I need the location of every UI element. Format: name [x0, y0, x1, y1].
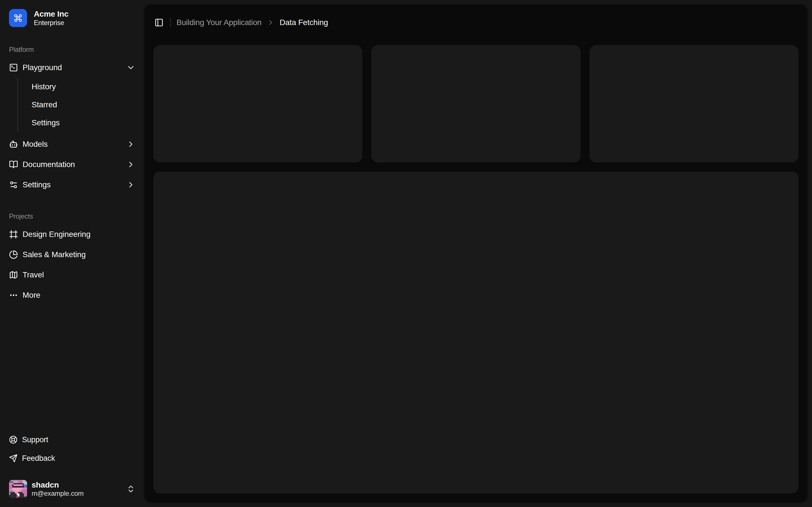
user-email: m@example.com: [32, 490, 84, 497]
sidebar-toggle-button[interactable]: [151, 15, 167, 31]
group-label-projects: Projects: [4, 207, 140, 225]
app-layout: Acme Inc Enterprise Platform Playground: [0, 0, 812, 507]
org-switcher[interactable]: Acme Inc Enterprise: [4, 4, 140, 32]
sidebar-item-label: Models: [22, 140, 48, 149]
topbar: Building Your Application Data Fetching: [144, 4, 808, 41]
breadcrumb-parent-link[interactable]: Building Your Application: [176, 18, 262, 27]
sidebar-item-label: Sales & Marketing: [22, 250, 86, 259]
sidebar-item-more[interactable]: More: [4, 286, 140, 304]
sidebar-item-label: Documentation: [22, 160, 75, 169]
frame-icon: [9, 230, 18, 239]
chevron-right-icon: [126, 140, 135, 149]
sidebar-item-documentation[interactable]: Documentation: [4, 156, 140, 173]
user-avatar-pixel-art: [9, 480, 27, 498]
life-buoy-icon: [9, 436, 17, 444]
pie-chart-icon: [9, 250, 18, 259]
sidebar-submenu-playground: History Starred Settings: [17, 78, 140, 132]
sidebar-item-sales-marketing[interactable]: Sales & Marketing: [4, 245, 140, 264]
chevron-down-icon: [126, 63, 135, 72]
sidebar-item-travel[interactable]: Travel: [4, 266, 140, 284]
square-terminal-icon: [9, 63, 18, 72]
main-panel: Building Your Application Data Fetching: [144, 4, 808, 503]
sidebar-item-label: Playground: [22, 63, 62, 72]
sidebar-subitem-history[interactable]: History: [27, 78, 140, 96]
user-name: shadcn: [32, 481, 84, 490]
settings-sliders-icon: [9, 180, 18, 189]
sidebar-item-models[interactable]: Models: [4, 135, 140, 153]
sidebar: Acme Inc Enterprise Platform Playground: [0, 0, 144, 507]
chevron-right-icon: [126, 180, 135, 189]
sidebar-spacer: [4, 304, 140, 432]
bot-icon: [9, 140, 18, 149]
chevrons-up-down-icon: [126, 485, 135, 494]
sidebar-item-support[interactable]: Support: [4, 432, 140, 448]
org-logo: [9, 9, 27, 27]
org-plan: Enterprise: [34, 19, 68, 27]
sidebar-item-design-engineering[interactable]: Design Engineering: [4, 225, 140, 243]
breadcrumb: Building Your Application Data Fetching: [176, 18, 328, 27]
panel-left-icon: [154, 18, 163, 27]
org-meta: Acme Inc Enterprise: [34, 9, 68, 27]
placeholder-card: [153, 45, 362, 163]
ellipsis-icon: [9, 291, 18, 300]
command-icon: [13, 13, 22, 22]
sidebar-subitem-settings[interactable]: Settings: [27, 114, 140, 132]
chevron-right-icon: [267, 18, 274, 26]
user-menu-button[interactable]: shadcn m@example.com: [4, 475, 140, 503]
sidebar-collapsible-playground: Playground History Starred Settings: [4, 59, 140, 133]
avatar: [9, 480, 27, 498]
chevron-right-icon: [126, 160, 135, 169]
sidebar-group-platform: Platform Playground History Starred Sett…: [4, 41, 140, 194]
page-content: [144, 41, 808, 503]
placeholder-card: [371, 45, 580, 163]
sidebar-group-projects: Projects Design Engineering Sales & Mark…: [4, 207, 140, 304]
user-meta: shadcn m@example.com: [32, 481, 84, 497]
sidebar-item-label: More: [22, 291, 40, 300]
placeholder-card: [590, 45, 799, 163]
placeholder-large-card: [153, 172, 799, 494]
sidebar-item-label: Feedback: [22, 454, 55, 463]
sidebar-item-settings[interactable]: Settings: [4, 176, 140, 194]
sidebar-subitem-starred[interactable]: Starred: [27, 96, 140, 114]
sidebar-item-label: Design Engineering: [22, 230, 91, 239]
sidebar-item-label: Settings: [22, 180, 51, 189]
sidebar-item-feedback[interactable]: Feedback: [4, 450, 140, 466]
breadcrumb-current-page: Data Fetching: [280, 18, 328, 27]
group-label-platform: Platform: [4, 41, 140, 59]
map-icon: [9, 270, 18, 279]
book-open-icon: [9, 160, 18, 169]
sidebar-item-playground[interactable]: Playground: [4, 59, 140, 76]
header-separator: [170, 18, 171, 27]
org-name: Acme Inc: [34, 9, 68, 19]
sidebar-item-label: Support: [22, 436, 48, 444]
sidebar-item-label: Travel: [22, 270, 44, 279]
sidebar-footer-menu: Support Feedback: [4, 432, 140, 466]
send-icon: [9, 454, 17, 462]
placeholder-card-row: [153, 45, 799, 163]
